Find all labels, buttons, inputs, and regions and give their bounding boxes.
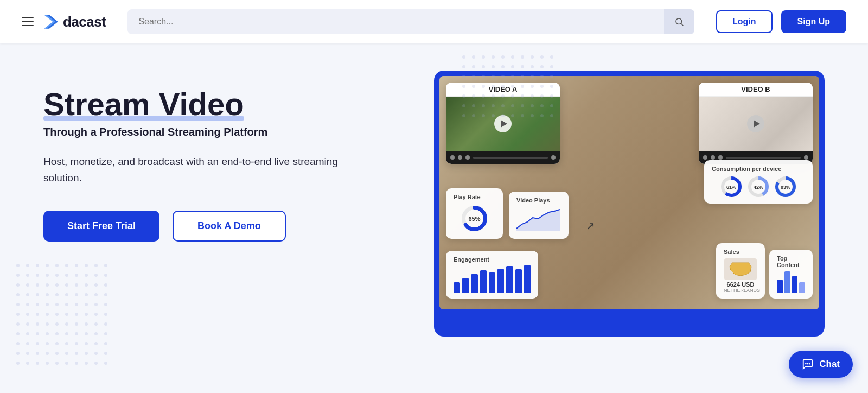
engagement-chart: [454, 266, 531, 293]
engagement-bar: [489, 272, 495, 293]
nav-left: dacast: [22, 13, 106, 30]
svg-text:42%: 42%: [754, 185, 763, 190]
engagement-bar: [462, 278, 469, 293]
cta-buttons: Start Free Trial Book A Demo: [43, 211, 412, 242]
pie-chart-3: 83%: [774, 175, 797, 198]
dots-decoration-left: // Rendered below via SVG circles: [16, 279, 114, 388]
hero-background-image: VIDEO A VIDE: [439, 76, 819, 309]
svg-point-198: [809, 363, 811, 365]
svg-point-2: [676, 18, 682, 24]
consumption-card: Consumption per device 61% 42%: [704, 160, 813, 204]
left-column: Stream Video Through a Professional Stre…: [43, 76, 412, 242]
top-content-bar: [792, 276, 798, 293]
top-content-label: Top Content: [777, 255, 805, 268]
top-content-chart: [777, 271, 805, 293]
video-panel: VIDEO A VIDE: [434, 71, 825, 337]
login-button[interactable]: Login: [716, 10, 773, 33]
video-plays-chart: [516, 207, 560, 231]
engagement-bar: [480, 270, 487, 293]
sales-region: NETHERLANDS: [724, 288, 757, 293]
dots-top-decoration: [271, 92, 380, 157]
engagement-bar: [524, 265, 531, 293]
engagement-label: Engagement: [454, 256, 531, 263]
ctrl-dot: [551, 155, 556, 160]
top-content-bar: [784, 271, 790, 293]
donut-chart: 65%: [459, 204, 489, 233]
pie-chart-2: 42%: [747, 175, 770, 198]
chat-bubble-icon: [802, 358, 814, 370]
engagement-bar: [515, 269, 522, 293]
video-b-label: VIDEO B: [699, 83, 813, 97]
right-column: VIDEO A VIDE: [434, 71, 825, 337]
top-content-card: Top Content: [769, 250, 813, 299]
progress-bar-b[interactable]: [726, 157, 801, 159]
netherlands-map-icon: [724, 258, 757, 280]
video-plays-label: Video Plays: [516, 197, 561, 204]
video-panel-inner: VIDEO A VIDE: [439, 76, 819, 309]
start-free-trial-button[interactable]: Start Free Trial: [43, 211, 159, 242]
svg-point-196: [807, 363, 809, 365]
logo-link[interactable]: dacast: [42, 13, 106, 30]
search-wrapper: [127, 9, 694, 34]
signup-button[interactable]: Sign Up: [781, 10, 846, 33]
play-rate-card: Play Rate 65%: [446, 188, 503, 239]
nav-right: Login Sign Up: [716, 10, 846, 33]
ctrl-dot: [465, 155, 470, 160]
sales-label: Sales: [724, 249, 757, 255]
engagement-bar: [471, 274, 477, 293]
video-a-label: VIDEO A: [446, 83, 560, 97]
video-a-play-button[interactable]: [494, 115, 512, 132]
progress-bar[interactable]: [473, 157, 548, 159]
top-content-bar: [799, 282, 805, 293]
search-icon: [674, 17, 684, 27]
dacast-logo-icon: [42, 13, 60, 30]
top-content-bar: [777, 280, 783, 293]
video-b-thumbnail[interactable]: [699, 97, 813, 151]
ctrl-dot: [804, 155, 808, 160]
ctrl-dot: [703, 155, 707, 160]
book-demo-button[interactable]: Book A Demo: [173, 211, 286, 242]
sales-map: [724, 258, 757, 280]
ctrl-dot: [450, 155, 455, 160]
play-rate-label: Play Rate: [454, 194, 495, 200]
video-a-thumbnail[interactable]: [446, 97, 560, 151]
svg-line-3: [681, 23, 683, 26]
ctrl-dot: [711, 155, 715, 160]
svg-text:61%: 61%: [726, 185, 736, 190]
search-button[interactable]: [664, 9, 694, 34]
svg-point-197: [805, 363, 807, 365]
ctrl-dot: [458, 155, 462, 160]
engagement-bar: [497, 269, 504, 293]
video-a-controls: [446, 151, 560, 164]
chat-label: Chat: [819, 359, 840, 370]
sales-amount: 6624 USD: [724, 281, 757, 288]
engagement-card: Engagement: [446, 251, 538, 299]
consumption-charts: 61% 42% 83%: [712, 175, 805, 198]
cursor-icon: ↗: [586, 219, 595, 232]
navbar: dacast Login Sign Up: [0, 0, 868, 43]
svg-text:65%: 65%: [468, 215, 480, 222]
video-b-play-button[interactable]: [747, 115, 764, 132]
pie-chart-1: 61%: [720, 175, 743, 198]
engagement-bar: [454, 282, 460, 293]
consumption-label: Consumption per device: [712, 166, 805, 172]
main-content: // Rendered below via SVG circles Stream…: [0, 43, 868, 393]
video-b-card: VIDEO B: [699, 83, 813, 164]
sales-card: Sales 6624 USD NETHERLANDS: [716, 243, 765, 299]
video-a-card: VIDEO A: [446, 83, 560, 164]
search-input[interactable]: [127, 9, 694, 34]
brand-name: dacast: [63, 14, 106, 30]
video-plays-card: Video Plays: [509, 192, 569, 239]
chat-button[interactable]: Chat: [789, 351, 853, 378]
hamburger-menu[interactable]: [22, 17, 34, 26]
hero-description: Host, monetize, and broadcast with an en…: [43, 154, 347, 187]
ctrl-dot: [718, 155, 723, 160]
play-rate-chart: 65%: [454, 204, 495, 233]
engagement-bar: [506, 266, 513, 293]
svg-text:83%: 83%: [781, 185, 790, 190]
